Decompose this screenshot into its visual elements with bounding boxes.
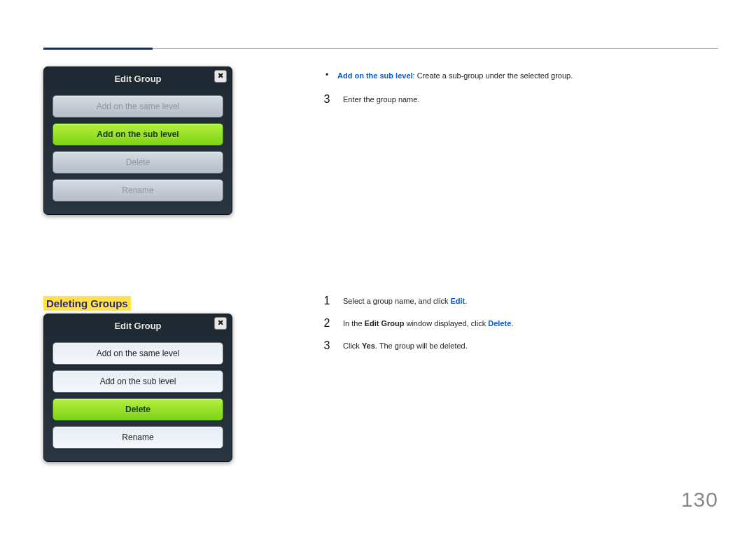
edit-group-dialog-1: Edit Group ✕ Add on the same level Add o…: [43, 66, 232, 215]
step-number-3: 3: [322, 340, 332, 351]
step-2e: .: [511, 319, 513, 328]
header-rule: [153, 48, 718, 49]
close-button[interactable]: ✕: [214, 317, 227, 330]
dialog-header: Edit Group ✕: [52, 67, 223, 90]
add-sub-level-button[interactable]: Add on the sub level: [52, 370, 223, 393]
step-1a: Select a group name, and click: [343, 297, 450, 305]
close-icon: ✕: [218, 72, 223, 80]
edit-group-dialog-2: Edit Group ✕ Add on the same level Add o…: [43, 314, 232, 462]
close-button[interactable]: ✕: [214, 70, 227, 83]
step-3a: Click: [343, 342, 362, 350]
dialog-title: Edit Group: [114, 73, 161, 84]
heading-deleting-groups: Deleting Groups: [43, 296, 131, 311]
step-3c: . The group will be deleted.: [375, 342, 468, 350]
dialog-header: Edit Group ✕: [52, 314, 223, 337]
step-2-delete: Delete: [488, 319, 511, 328]
bullet-dot: •: [322, 70, 332, 80]
step-2-edit-group: Edit Group: [365, 319, 405, 328]
header-accent-bar: [43, 48, 153, 50]
step-3-yes: Yes: [362, 342, 375, 350]
step-1-edit: Edit: [450, 297, 465, 305]
step-number-3: 3: [322, 94, 332, 105]
step-2-text: In the Edit Group window displayed, clic…: [343, 318, 513, 329]
section-add-sub-level: • Add on the sub level: Create a sub-gro…: [322, 70, 700, 116]
bullet-text: Add on the sub level: Create a sub-group…: [337, 70, 573, 81]
step-number-1: 1: [322, 295, 332, 307]
step-2c: window displayed, click: [404, 319, 488, 328]
bullet-rest: : Create a sub-group under the selected …: [413, 71, 573, 80]
rename-button[interactable]: Rename: [52, 179, 223, 202]
dialog-title: Edit Group: [114, 321, 161, 331]
delete-button[interactable]: Delete: [52, 398, 223, 421]
step-2a: In the: [343, 319, 365, 328]
bullet-keyword: Add on the sub level: [337, 71, 413, 80]
page-number: 130: [681, 488, 718, 512]
step-number-2: 2: [322, 318, 332, 329]
step-1-text: Select a group name, and click Edit.: [343, 295, 467, 307]
add-same-level-button[interactable]: Add on the same level: [52, 95, 223, 118]
step-3-text: Click Yes. The group will be deleted.: [343, 340, 468, 351]
close-icon: ✕: [218, 319, 223, 327]
add-sub-level-button[interactable]: Add on the sub level: [52, 123, 223, 146]
delete-button[interactable]: Delete: [52, 151, 223, 174]
rename-button[interactable]: Rename: [52, 426, 223, 449]
section-deleting-groups-steps: 1 Select a group name, and click Edit. 2…: [322, 295, 700, 363]
step-3-text: Enter the group name.: [343, 94, 419, 105]
step-1c: .: [465, 297, 467, 305]
add-same-level-button[interactable]: Add on the same level: [52, 342, 223, 365]
